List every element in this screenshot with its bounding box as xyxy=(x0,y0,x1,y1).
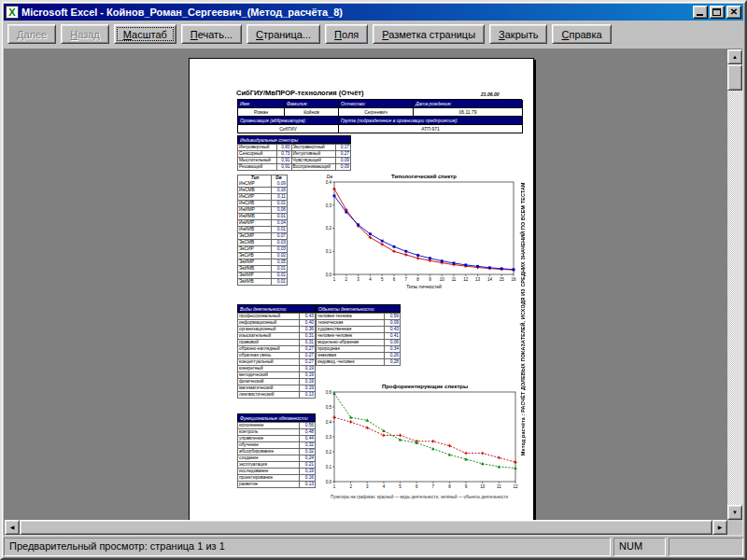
table-cell: методический xyxy=(238,372,300,379)
svg-text:0,3: 0,3 xyxy=(326,203,332,208)
person-table: Имя: Фамилия: Отчество: Дата рождения: Р… xyxy=(237,99,522,133)
table-row: исполнение0,56 xyxy=(238,423,316,429)
caption-buttons: ✕ xyxy=(693,6,741,19)
next-button: Далее xyxy=(7,24,56,44)
table-cell: 0,19 xyxy=(300,379,316,385)
table-row: концептуальный0,27 xyxy=(238,359,316,366)
table-row: изыскательный0,31 xyxy=(238,333,316,340)
chart-caption: Пунктиры на графиках: красный — виды дея… xyxy=(318,495,520,499)
svg-text:Типы личностей: Типы личностей xyxy=(406,284,442,289)
person-value: Сергеевич xyxy=(339,108,414,117)
table-cell: организационный xyxy=(238,327,300,333)
table-cell: ЭкСИВ xyxy=(238,253,272,259)
print-button[interactable]: Печать... xyxy=(181,24,242,44)
toolbar: ДалееНазадМасштабПечать...Страница...Пол… xyxy=(2,21,745,48)
table-cell: техническая xyxy=(317,320,385,327)
svg-text:6: 6 xyxy=(393,277,396,282)
print-preview-area: СибГИУ/МвПРОР-технология (Отчёт) 21.06.0… xyxy=(4,49,743,536)
margins-button[interactable]: Поля xyxy=(325,24,368,44)
table-cell: 0,09 xyxy=(272,181,288,188)
table-cell: 0,40 xyxy=(300,320,316,327)
table-cell: 0,28 xyxy=(385,359,401,366)
person-header: Отчество: xyxy=(339,100,414,108)
group-header: Группа (подразделение в организации пред… xyxy=(339,117,523,125)
svg-text:5: 5 xyxy=(381,277,384,282)
preview-page[interactable]: СибГИУ/МвПРОР-технология (Отчёт) 21.06.0… xyxy=(189,58,534,529)
table-cell: 0,01 xyxy=(272,201,288,207)
page-setup-button[interactable]: Страница... xyxy=(247,24,320,44)
table-cell: 0,83 xyxy=(277,145,292,151)
help-button[interactable]: Справка xyxy=(552,24,611,44)
table-cell: Решающий xyxy=(238,164,277,171)
svg-text:0,2: 0,2 xyxy=(326,226,332,231)
svg-text:15: 15 xyxy=(500,277,505,282)
scroll-left-button[interactable]: ◀ xyxy=(5,520,20,535)
table-row: исследование0,19 xyxy=(238,469,316,475)
table-cell: 0,06 xyxy=(385,340,401,346)
close-preview-button[interactable]: Закрыть xyxy=(489,24,547,44)
svg-text:4: 4 xyxy=(369,277,372,282)
report-title: СибГИУ/МвПРОР-технология (Отчёт) xyxy=(236,89,364,97)
arrow-up-icon: ▲ xyxy=(732,54,738,60)
arrow-left-icon: ◀ xyxy=(10,525,15,530)
horizontal-scrollbar[interactable]: ◀ ▶ xyxy=(5,520,727,535)
table-cell: природная xyxy=(317,346,385,353)
close-button[interactable]: ✕ xyxy=(726,6,741,19)
page-break-preview-button[interactable]: Разметка страницы xyxy=(373,24,485,44)
table-cell: 0,32 xyxy=(300,442,316,449)
table-row: физический0,19 xyxy=(238,379,316,385)
table-cell: ЭкСМВ xyxy=(238,240,272,246)
table-cell: 0,56 xyxy=(300,423,316,429)
zoom-button[interactable]: Масштаб xyxy=(114,24,176,44)
table-row: Мыслительный0,91Чувствующий0,09 xyxy=(238,158,351,164)
num-lock-indicator: NUM xyxy=(613,538,666,556)
svg-text:0,1: 0,1 xyxy=(326,465,332,469)
svg-text:0,1: 0,1 xyxy=(326,249,332,254)
activity-objects-header: Объекты деятельности xyxy=(316,304,401,313)
table-row: ЭкИМР0,05 xyxy=(238,259,288,266)
table-cell: 0,09 xyxy=(385,320,401,327)
vertical-scroll-thumb[interactable] xyxy=(727,64,742,91)
table-cell: ИнИИР xyxy=(238,220,272,227)
vertical-scrollbar[interactable]: ▲ ▼ xyxy=(727,49,742,520)
table-row: информационный0,40 xyxy=(238,320,316,327)
table-cell: контроль xyxy=(238,429,300,436)
table-row: индивид.-человек0,28 xyxy=(317,359,401,366)
table-cell: изыскательный xyxy=(238,333,300,340)
table-cell: обучение xyxy=(238,442,300,449)
table-cell: абсорбирование xyxy=(238,449,300,455)
table-cell: художественная xyxy=(317,327,385,333)
table-cell: 0,36 xyxy=(300,327,316,333)
table-row: ЭкСМВ0,03 xyxy=(238,240,288,246)
table-row: абсорбирование0,32 xyxy=(238,449,316,455)
minimize-button[interactable] xyxy=(693,6,708,19)
table-cell: индивид.-человек xyxy=(317,359,385,366)
svg-text:13: 13 xyxy=(475,277,481,282)
svg-text:9: 9 xyxy=(465,484,468,489)
svg-text:8: 8 xyxy=(416,277,419,282)
table-cell: ЭкИМР xyxy=(238,259,272,266)
org-header: Организация (аббревиатура): xyxy=(238,117,339,125)
restore-button[interactable] xyxy=(710,6,725,19)
back-button: Назад xyxy=(61,24,109,44)
scroll-up-button[interactable]: ▲ xyxy=(727,49,742,64)
table-cell: Экстравертный xyxy=(292,145,337,151)
profile-spectra-chart: Профориентирующие спектры0,00,10,20,30,4… xyxy=(318,380,520,493)
table-row: техническая0,09 xyxy=(317,320,401,327)
svg-text:0,2: 0,2 xyxy=(326,450,332,455)
table-row: управление0,44 xyxy=(238,436,316,442)
svg-text:6: 6 xyxy=(416,484,418,489)
table-cell: 0,01 xyxy=(272,227,288,233)
table-cell: 0,01 xyxy=(272,279,288,286)
svg-text:0,0: 0,0 xyxy=(326,273,332,277)
scroll-down-button[interactable]: ▼ xyxy=(727,505,742,520)
table-cell: 0,03 xyxy=(272,246,288,253)
table-row: ЭкСМР0,07 xyxy=(238,233,288,240)
table-cell: 0,09 xyxy=(336,158,351,164)
table-cell: ИнСМВ xyxy=(238,188,272,194)
calc-method-note: Метод расчёта : РАСЧЁТ ДОЛЕВЫХ ПОКАЗАТЕЛ… xyxy=(520,133,526,455)
horizontal-scroll-thumb[interactable] xyxy=(20,520,712,535)
scroll-right-button[interactable]: ▶ xyxy=(712,520,727,535)
table-cell: модельно-образная xyxy=(317,340,385,346)
svg-text:Профориентирующие спектры: Профориентирующие спектры xyxy=(382,384,468,389)
